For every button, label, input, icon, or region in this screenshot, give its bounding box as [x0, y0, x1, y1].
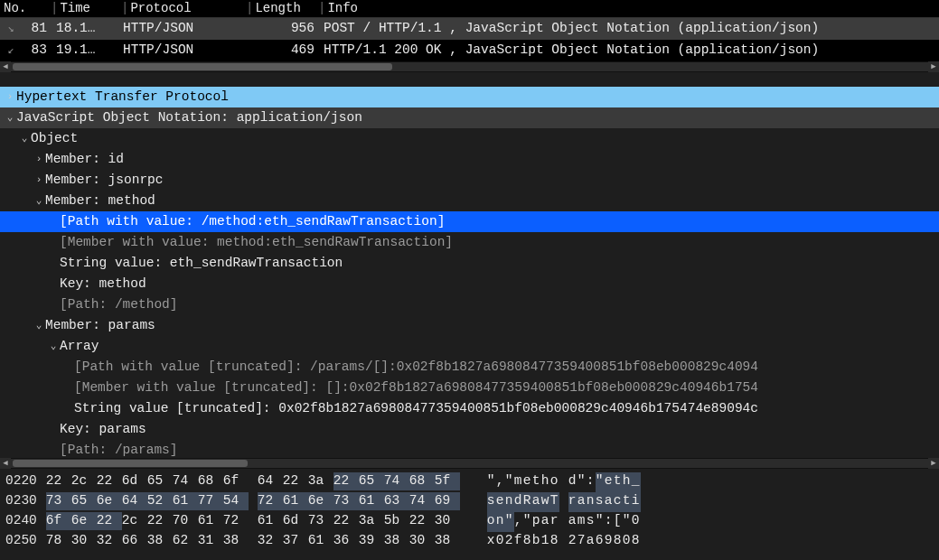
packet-no: 83	[22, 42, 47, 60]
hex-ascii: on","params":["0	[460, 512, 641, 532]
packet-info: POST / HTTP/1.1 , JavaScript Object Nota…	[315, 20, 939, 38]
detail-path-params[interactable]: [Path with value [truncated]: /params/[]…	[0, 357, 939, 378]
scroll-right-icon[interactable]: ▶	[928, 61, 939, 72]
packet-protocol: HTTP/JSON	[117, 20, 271, 38]
packet-list[interactable]: ↘ 81 18.1… HTTP/JSON 956 POST / HTTP/1.1…	[0, 18, 939, 61]
expand-down-icon[interactable]: ⌄	[33, 194, 45, 208]
hex-pane[interactable]: 0220222c226d6574686f64223a226574685f","m…	[0, 469, 939, 559]
hex-bytes: 6f6e222c22706172616d73223a5b2230	[46, 512, 460, 532]
packet-list-header[interactable]: No. |Time |Protocol |Length |Info	[0, 0, 939, 18]
hex-bytes: 73656e645261775472616e7361637469	[46, 492, 460, 512]
hex-row[interactable]: 023073656e645261775472616e7361637469send…	[0, 492, 939, 512]
related-arrow-icon: ↙	[0, 43, 22, 58]
packet-time: 19.1…	[47, 42, 117, 60]
hex-ascii: sendRawTransacti	[460, 492, 641, 512]
hex-bytes: 222c226d6574686f64223a226574685f	[46, 472, 460, 492]
detail-member-value-method[interactable]: [Member with value: method:eth_sendRawTr…	[0, 232, 939, 253]
hex-ascii: x02f8b1827a69808	[460, 532, 641, 552]
packet-length: 469	[271, 42, 315, 60]
detail-key-method[interactable]: Key: method	[0, 274, 939, 294]
scroll-left-icon[interactable]: ◀	[0, 458, 11, 469]
detail-member-jsonrpc[interactable]: › Member: jsonrpc	[0, 170, 939, 191]
col-length[interactable]: |Length	[242, 0, 315, 17]
detail-path-method[interactable]: [Path with value: /method:eth_sendRawTra…	[0, 211, 939, 232]
scroll-thumb[interactable]	[13, 460, 248, 467]
hex-ascii: ","method":"eth_	[460, 472, 641, 492]
detail-member-value-params[interactable]: [Member with value [truncated]: []:0x02f…	[0, 378, 939, 398]
packet-no: 81	[22, 20, 47, 38]
packet-row[interactable]: ↙ 83 19.1… HTTP/JSON 469 HTTP/1.1 200 OK…	[0, 40, 939, 61]
detail-http-proto[interactable]: › Hypertext Transfer Protocol	[0, 87, 939, 107]
expand-down-icon[interactable]: ⌄	[47, 340, 60, 353]
hex-offset: 0250	[0, 532, 46, 552]
packet-row[interactable]: ↘ 81 18.1… HTTP/JSON 956 POST / HTTP/1.1…	[0, 18, 939, 40]
detail-object[interactable]: ⌄ Object	[0, 128, 939, 149]
expand-down-icon[interactable]: ⌄	[4, 111, 16, 125]
packet-protocol: HTTP/JSON	[117, 42, 271, 60]
detail-string-params[interactable]: String value [truncated]: 0x02f8b1827a69…	[0, 398, 939, 419]
expand-down-icon[interactable]: ⌄	[33, 319, 45, 332]
col-time[interactable]: |Time	[47, 0, 117, 17]
detail-key-params[interactable]: Key: params	[0, 419, 939, 440]
details-hscroll[interactable]: ◀ ▶	[0, 458, 939, 469]
scroll-thumb[interactable]	[13, 63, 392, 70]
related-arrow-icon: ↘	[0, 22, 22, 36]
expand-right-icon[interactable]: ›	[33, 173, 45, 187]
detail-array[interactable]: ⌄ Array	[0, 336, 939, 357]
hex-row[interactable]: 025078303266386231383237613639383038x02f…	[0, 532, 939, 552]
hex-offset: 0240	[0, 512, 46, 532]
packet-list-hscroll[interactable]: ◀ ▶	[0, 61, 939, 72]
detail-member-params[interactable]: ⌄ Member: params	[0, 315, 939, 336]
expand-right-icon[interactable]: ›	[4, 90, 16, 104]
col-protocol[interactable]: |Protocol	[117, 0, 242, 17]
expand-right-icon[interactable]: ›	[33, 153, 45, 166]
packet-length: 956	[271, 20, 315, 38]
hex-row[interactable]: 02406f6e222c22706172616d73223a5b2230on",…	[0, 512, 939, 532]
scroll-left-icon[interactable]: ◀	[0, 61, 11, 72]
hex-bytes: 78303266386231383237613639383038	[46, 532, 460, 552]
scroll-right-icon[interactable]: ▶	[928, 458, 939, 469]
packet-time: 18.1…	[47, 20, 117, 38]
detail-member-id[interactable]: › Member: id	[0, 149, 939, 170]
packet-details[interactable]: › Hypertext Transfer Protocol ⌄ JavaScri…	[0, 72, 939, 458]
detail-string-method[interactable]: String value: eth_sendRawTransaction	[0, 253, 939, 274]
col-info[interactable]: |Info	[315, 0, 939, 17]
packet-info: HTTP/1.1 200 OK , JavaScript Object Nota…	[315, 42, 939, 60]
hex-offset: 0230	[0, 492, 46, 512]
col-no[interactable]: No.	[0, 0, 47, 17]
detail-json-header[interactable]: ⌄ JavaScript Object Notation: applicatio…	[0, 107, 939, 128]
detail-path-params-only[interactable]: [Path: /params]	[0, 440, 939, 458]
detail-path-method-only[interactable]: [Path: /method]	[0, 294, 939, 315]
expand-down-icon[interactable]: ⌄	[18, 132, 31, 145]
detail-truncated-row	[0, 76, 939, 87]
detail-member-method[interactable]: ⌄ Member: method	[0, 191, 939, 211]
hex-offset: 0220	[0, 472, 46, 492]
hex-row[interactable]: 0220222c226d6574686f64223a226574685f","m…	[0, 472, 939, 492]
